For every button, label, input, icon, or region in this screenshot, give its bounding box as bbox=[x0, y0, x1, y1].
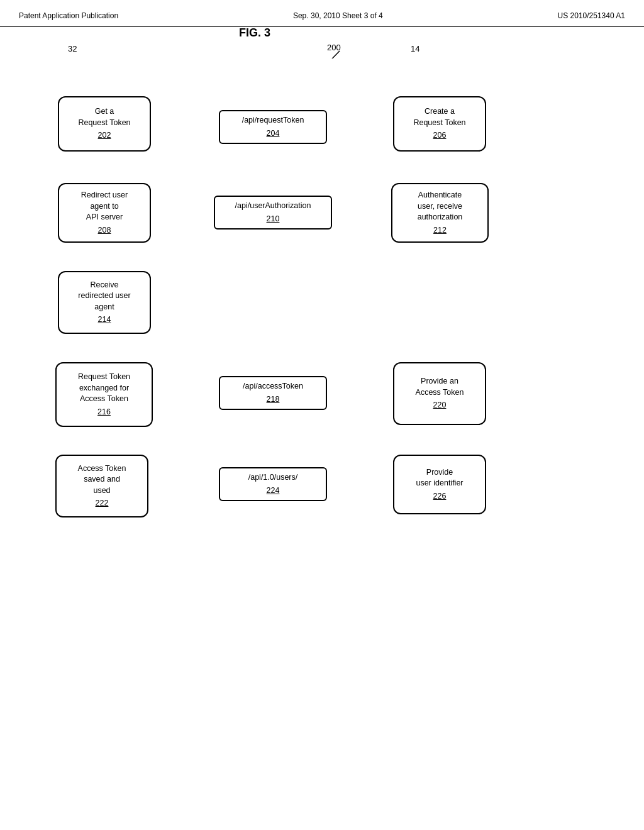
box-202-text: Get aRequest Token bbox=[78, 106, 130, 128]
box-208-text: Redirect useragent toAPI server bbox=[81, 190, 128, 223]
box-208: Redirect useragent toAPI server 208 bbox=[58, 183, 151, 243]
box-224-text: /api/1.0/users/ bbox=[248, 472, 298, 484]
box-216: Request Tokenexchanged forAccess Token 2… bbox=[55, 362, 153, 427]
header-center: Sep. 30, 2010 Sheet 3 of 4 bbox=[293, 11, 383, 20]
box-226-text: Provideuser identifier bbox=[416, 467, 463, 489]
box-206-num: 206 bbox=[433, 130, 447, 141]
box-222: Access Tokensaved andused 222 bbox=[55, 455, 148, 517]
box-226-num: 226 bbox=[433, 491, 447, 502]
box-212-num: 212 bbox=[433, 225, 447, 236]
box-226: Provideuser identifier 226 bbox=[393, 455, 486, 514]
box-218: /api/accessToken 218 bbox=[219, 376, 327, 410]
box-224-num: 224 bbox=[267, 485, 280, 497]
label-14: 14 bbox=[411, 44, 419, 53]
box-212-text: Authenticateuser, receiveauthorization bbox=[418, 190, 463, 223]
box-220-num: 220 bbox=[433, 400, 447, 411]
box-206: Create aRequest Token 206 bbox=[393, 96, 486, 152]
box-222-text: Access Tokensaved andused bbox=[78, 463, 126, 497]
box-204: /api/requestToken 204 bbox=[219, 110, 327, 144]
box-212: Authenticateuser, receiveauthorization 2… bbox=[391, 183, 489, 243]
box-208-num: 208 bbox=[98, 225, 111, 236]
header-right: US 2010/251340 A1 bbox=[558, 11, 625, 20]
box-220: Provide anAccess Token 220 bbox=[393, 362, 486, 425]
fig-label: FIG. 3 bbox=[239, 26, 270, 40]
box-210-num: 210 bbox=[267, 214, 280, 225]
label-32: 32 bbox=[68, 44, 77, 53]
box-214-text: Receiveredirected useragent bbox=[78, 280, 130, 313]
box-202-num: 202 bbox=[98, 130, 111, 141]
box-206-text: Create aRequest Token bbox=[413, 106, 465, 128]
box-210-text: /api/userAuthorization bbox=[235, 201, 311, 212]
box-202: Get aRequest Token 202 bbox=[58, 96, 151, 152]
diagram-svg bbox=[0, 33, 644, 58]
header-left: Patent Application Publication bbox=[19, 11, 118, 20]
box-214: Receiveredirected useragent 214 bbox=[58, 271, 151, 334]
box-216-text: Request Tokenexchanged forAccess Token bbox=[78, 372, 130, 405]
box-220-text: Provide anAccess Token bbox=[416, 376, 464, 398]
box-204-num: 204 bbox=[267, 128, 280, 140]
page-header: Patent Application Publication Sep. 30, … bbox=[0, 0, 644, 27]
box-224: /api/1.0/users/ 224 bbox=[219, 467, 327, 501]
box-222-num: 222 bbox=[96, 498, 109, 509]
box-216-num: 216 bbox=[97, 407, 111, 418]
box-218-text: /api/accessToken bbox=[243, 381, 303, 392]
box-204-text: /api/requestToken bbox=[242, 115, 304, 126]
box-214-num: 214 bbox=[98, 314, 111, 326]
box-218-num: 218 bbox=[267, 394, 280, 406]
diagram-area: 200 bbox=[0, 33, 644, 58]
main-diagram-label: 200 bbox=[327, 43, 341, 52]
box-210: /api/userAuthorization 210 bbox=[214, 196, 332, 230]
